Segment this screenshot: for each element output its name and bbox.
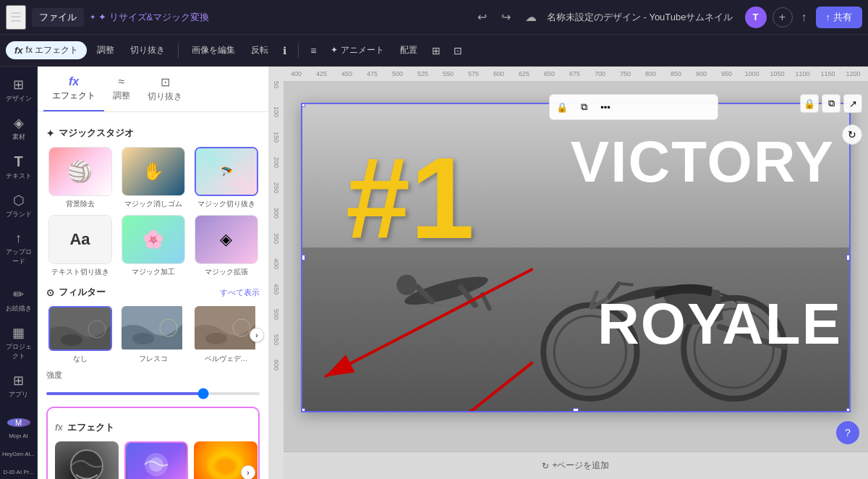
design-canvas[interactable]: #1 VICTORY ROYALE: [301, 103, 851, 412]
sidebar-item-brand[interactable]: ⬡ ブランド: [2, 188, 35, 224]
expand-thumb: ◈: [195, 215, 258, 264]
effect-item-shadow[interactable]: シャドウ: [55, 441, 119, 479]
side-panel: fx エフェクト ≈ 調整 ⊡ 切り抜き ✦ マジックスタジオ: [38, 67, 269, 479]
undo-button[interactable]: ↩: [473, 7, 491, 27]
strength-label: 強度: [46, 370, 260, 381]
shadow-thumb: [55, 441, 119, 479]
royale-text[interactable]: ROYALE: [597, 295, 842, 353]
lock-button[interactable]: 🔒: [553, 98, 571, 116]
tab-crop[interactable]: ⊡ 切り抜き: [139, 67, 191, 111]
more-options-button[interactable]: •••: [596, 98, 615, 116]
crop-icon[interactable]: ⊡: [449, 42, 467, 59]
file-button[interactable]: ファイル: [32, 8, 84, 27]
adjust-tab-label: 調整: [113, 90, 130, 102]
flip-button[interactable]: 反転: [245, 41, 274, 59]
effects-tab-active[interactable]: fx fx エフェクト: [6, 41, 87, 59]
svg-line-27: [619, 284, 634, 285]
bg-remove-preview: 🏐: [49, 148, 111, 195]
draw-label: お絵描き: [6, 304, 32, 313]
mojo-ai-icon[interactable]: M: [7, 418, 30, 427]
filter-item-none[interactable]: なし: [46, 306, 114, 364]
canvas-corner-controls: 🔒 ⧉ ↗: [800, 94, 862, 113]
see-all-filters-button[interactable]: すべて表示: [220, 287, 260, 298]
magic-studio-icon: ✦: [46, 128, 54, 139]
effect-thumb: 🌸: [122, 215, 185, 264]
magic-item-text-cut[interactable]: Aa テキスト切り抜き: [46, 215, 114, 277]
sidebar-item-apps[interactable]: ⊞ アプリ: [2, 368, 35, 404]
edit-image-button[interactable]: 画像を編集: [186, 41, 241, 59]
crop-tab-icon: ⊡: [161, 75, 170, 89]
cut-label: マジック切り抜き: [197, 199, 255, 209]
tab-adjust[interactable]: ≈ 調整: [104, 67, 139, 111]
svg-point-31: [396, 275, 417, 295]
icon-bar: ⊞ デザイン ◈ 素材 T テキスト ⬡ ブランド ↑ アップロード ✏ お絵描…: [0, 67, 38, 479]
info-button[interactable]: ℹ: [278, 42, 291, 59]
effect-item-duotone[interactable]: ダブルトーン: [124, 441, 188, 479]
sidebar-item-design[interactable]: ⊞ デザイン: [2, 72, 35, 108]
resize-label[interactable]: ✦ リサイズ&マジック変換: [90, 11, 209, 24]
tab-effects[interactable]: fx エフェクト: [43, 67, 104, 111]
duotone-thumb: [124, 441, 188, 479]
handle-mid-right[interactable]: [846, 255, 851, 260]
ruler-numbers: 400 425 450 475 500 525 550 575 600 625 …: [284, 70, 868, 77]
add-page-icon: ↻: [542, 461, 549, 471]
handle-bottom-left[interactable]: [301, 408, 305, 412]
canvas-viewport[interactable]: 🔒 ⧉ ••• 🔒 ⧉ ↗ ↻: [284, 81, 868, 479]
crop-tab[interactable]: 切り抜き: [124, 41, 171, 59]
victory-text[interactable]: VICTORY: [571, 133, 835, 191]
filter-title: ⊙ フィルター: [46, 286, 106, 299]
user-avatar[interactable]: T: [745, 7, 767, 28]
refresh-button[interactable]: ↻: [842, 124, 862, 145]
magic-item-eraser[interactable]: ✋ マジック消しゴム: [119, 147, 187, 209]
redo-button[interactable]: ↪: [497, 7, 515, 27]
text-label: テキスト: [6, 171, 32, 181]
cloud-icon: ☁: [521, 7, 541, 27]
duplicate-icon[interactable]: ⧉: [822, 94, 841, 113]
add-collaborator-button[interactable]: +: [773, 7, 793, 27]
main-area: ⊞ デザイン ◈ 素材 T テキスト ⬡ ブランド ↑ アップロード ✏ お絵描…: [0, 67, 868, 479]
filter-grid: なし フレスコ: [46, 306, 260, 364]
document-title: 名称未設定のデザイン - YouTubeサムネイル: [547, 11, 733, 24]
svg-text:🪂: 🪂: [220, 166, 233, 178]
handle-mid-left[interactable]: [301, 255, 305, 260]
copy-button[interactable]: ⧉: [574, 98, 593, 116]
effect-label: マジック加工: [132, 267, 175, 277]
hashtag-one-text[interactable]: #1: [346, 140, 475, 256]
help-button[interactable]: ?: [836, 421, 859, 444]
magic-item-bg-remove[interactable]: 🏐 背景除去: [46, 147, 114, 209]
magic-item-cut[interactable]: 🪂 マジック切り抜き: [192, 147, 260, 209]
arrange-button[interactable]: 配置: [394, 41, 423, 59]
lock-icon[interactable]: 🔒: [800, 94, 819, 113]
eraser-thumb: ✋: [122, 147, 185, 196]
filter-item-fresco[interactable]: フレスコ: [119, 306, 187, 364]
lines-icon[interactable]: ≡: [306, 42, 320, 59]
add-page-button[interactable]: ↻ +ページを追加: [542, 459, 609, 472]
adjust-tab[interactable]: 調整: [91, 41, 120, 59]
strength-slider[interactable]: [46, 392, 260, 395]
sidebar-item-projects[interactable]: ▦ プロジェクト: [2, 321, 35, 365]
handle-bottom-mid[interactable]: [573, 408, 579, 412]
filter-next-button[interactable]: ›: [250, 328, 264, 342]
handle-bottom-right[interactable]: [846, 408, 851, 412]
sidebar-item-text[interactable]: T テキスト: [2, 149, 35, 185]
eraser-preview: ✋: [122, 148, 184, 195]
brand-icon: ⬡: [13, 192, 25, 208]
draw-icon: ✏: [13, 287, 24, 302]
cut-thumb: 🪂: [195, 147, 258, 196]
export-icon[interactable]: ↗: [843, 94, 862, 113]
share-button[interactable]: ↑ 共有: [816, 7, 863, 28]
magic-item-expand[interactable]: ◈ マジック拡張: [192, 215, 260, 277]
sidebar-item-upload[interactable]: ↑ アップロード: [2, 226, 35, 271]
sidebar-item-draw[interactable]: ✏ お絵描き: [2, 282, 35, 318]
animate-icon: ✦: [331, 45, 338, 55]
analytics-icon[interactable]: ↑: [799, 11, 810, 24]
filter-velvet-thumb: [195, 306, 258, 351]
handle-top-left[interactable]: [301, 103, 305, 107]
animate-button[interactable]: ✦ アニメート: [325, 41, 389, 59]
menu-icon[interactable]: ☰: [6, 5, 26, 30]
effects-next-button[interactable]: ›: [241, 465, 255, 479]
eraser-label: マジック消しゴム: [124, 199, 182, 209]
magic-item-effect[interactable]: 🌸 マジック加工: [119, 215, 187, 277]
sidebar-item-elements[interactable]: ◈ 素材: [2, 111, 35, 146]
grid-icon[interactable]: ⊞: [427, 42, 445, 59]
